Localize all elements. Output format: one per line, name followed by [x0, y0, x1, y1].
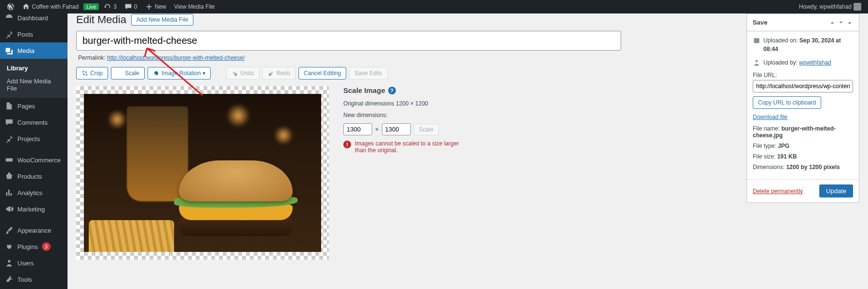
new-content-link[interactable]: New — [142, 0, 169, 13]
plug-icon — [5, 242, 14, 251]
image-preview — [84, 94, 321, 252]
uploaded-by-link[interactable]: wpwithfahad — [799, 59, 831, 66]
rotate-button[interactable]: Image Rotation ▾ — [148, 67, 211, 79]
scale-width-input[interactable] — [343, 123, 372, 135]
brush-icon — [5, 226, 14, 235]
sidebar-item-appearance[interactable]: Appearance — [0, 222, 68, 238]
user-icon — [5, 259, 14, 267]
scale-heading: Scale Image — [343, 86, 385, 94]
calendar-icon — [753, 37, 760, 44]
admin-sidebar: Dashboard Posts Media Library Add New Me… — [0, 13, 68, 289]
sidebar-item-dashboard[interactable]: Dashboard — [0, 10, 68, 26]
pin-icon — [5, 134, 14, 143]
download-file-link[interactable]: Download file — [753, 114, 787, 120]
error-icon: ! — [343, 141, 351, 148]
sidebar-item-projects[interactable]: Projects — [0, 131, 68, 147]
comment-icon — [124, 3, 132, 11]
page-title: Edit Media — [76, 13, 126, 26]
megaphone-icon — [5, 205, 14, 213]
sidebar-item-pages[interactable]: Pages — [0, 98, 68, 114]
scale-submit-button: Scale — [414, 124, 439, 135]
sidebar-item-marketing[interactable]: Marketing — [0, 201, 68, 217]
howdy-text: Howdy, wpwithfahad — [799, 3, 852, 10]
live-badge: Live — [83, 3, 99, 10]
svg-rect-0 — [6, 158, 13, 161]
image-editor-toolbar: Crop Scale Image Rotation ▾ Undo Redo Ca… — [76, 67, 621, 79]
metabox-heading: Save — [753, 19, 767, 26]
svg-point-1 — [8, 260, 10, 263]
sidebar-sub-library[interactable]: Library — [0, 62, 68, 75]
new-dimensions-label: New dimensions: — [343, 112, 469, 118]
plus-icon — [145, 3, 153, 11]
undo-icon — [231, 70, 238, 77]
image-canvas[interactable] — [76, 86, 329, 260]
new-label: New — [155, 3, 166, 10]
save-edits-button: Save Edits — [349, 67, 387, 79]
permalink-link[interactable]: http://localhost/wordpress/burger-with-m… — [107, 54, 244, 61]
avatar — [854, 3, 861, 11]
wrench-icon — [5, 275, 14, 284]
pin-icon — [5, 30, 14, 39]
undo-button: Undo — [226, 67, 259, 79]
cancel-editing-button[interactable]: Cancel Editing — [298, 67, 346, 79]
file-url-input[interactable] — [753, 80, 853, 92]
sidebar-item-products[interactable]: Products — [0, 168, 68, 184]
caret-up-icon[interactable] — [846, 19, 853, 26]
rotate-icon — [153, 70, 160, 77]
filesize-value: 191 KB — [777, 153, 797, 160]
svg-rect-2 — [754, 38, 759, 43]
dashboard-icon — [5, 13, 14, 22]
sidebar-item-tools[interactable]: Tools — [0, 271, 68, 288]
add-new-media-button[interactable]: Add New Media File — [131, 14, 193, 26]
sidebar-item-comments[interactable]: Comments — [0, 114, 68, 131]
scale-height-input[interactable] — [382, 123, 411, 135]
crop-button[interactable]: Crop — [76, 67, 108, 79]
update-button[interactable]: Update — [819, 184, 853, 197]
products-icon — [5, 172, 14, 181]
admin-toolbar: Coffee with Fahad Live 3 0 New View Medi… — [0, 0, 868, 13]
scale-button[interactable]: Scale — [111, 67, 145, 79]
media-title-input[interactable] — [76, 31, 621, 51]
svg-point-3 — [756, 60, 758, 62]
sidebar-sub-add-new[interactable]: Add New Media File — [0, 75, 68, 95]
sidebar-item-media[interactable]: Media — [0, 42, 68, 59]
updates-count: 3 — [113, 3, 117, 10]
comment-icon — [5, 118, 14, 127]
page-icon — [5, 102, 14, 110]
chevron-up-icon[interactable] — [829, 19, 836, 26]
crop-icon — [81, 70, 88, 77]
comments-count: 0 — [134, 3, 137, 10]
user-icon — [753, 59, 760, 66]
times-symbol: × — [375, 126, 379, 133]
save-metabox: Save Uploaded on: Sep 30, 2024 at 08:44 — [746, 13, 859, 203]
updates-link[interactable]: 3 — [101, 0, 120, 13]
scale-error-message: ! Images cannot be scaled to a size larg… — [343, 140, 469, 154]
copy-url-button[interactable]: Copy URL to clipboard — [753, 96, 821, 109]
plugins-badge: 3 — [42, 242, 51, 251]
sidebar-item-woocommerce[interactable]: WooCommerce — [0, 152, 68, 168]
media-icon — [5, 46, 14, 55]
error-text: Images cannot be scaled to a size larger… — [355, 140, 469, 154]
sidebar-item-posts[interactable]: Posts — [0, 26, 68, 42]
delete-permanently-link[interactable]: Delete permanently — [753, 188, 803, 195]
original-dimensions-text: Original dimensions 1200 × 1200 — [343, 100, 469, 107]
filetype-value: JPG — [778, 143, 789, 149]
sidebar-item-users[interactable]: Users — [0, 255, 68, 271]
analytics-icon — [5, 188, 14, 197]
scale-icon — [116, 70, 123, 77]
permalink-row: Permalink: http://localhost/wordpress/bu… — [78, 54, 619, 61]
redo-button: Redo — [262, 67, 296, 79]
refresh-icon — [104, 3, 111, 11]
view-media-link[interactable]: View Media File — [171, 0, 217, 13]
file-url-label: File URL: — [753, 72, 853, 79]
sidebar-item-plugins[interactable]: Plugins3 — [0, 238, 68, 255]
site-name-text: Coffee with Fahad — [32, 3, 79, 10]
redo-icon — [268, 70, 274, 77]
scale-image-panel: Scale Image ? Original dimensions 1200 ×… — [343, 86, 469, 260]
comments-link[interactable]: 0 — [122, 0, 140, 13]
permalink-label: Permalink: — [78, 54, 106, 61]
help-icon[interactable]: ? — [388, 87, 396, 94]
sidebar-item-analytics[interactable]: Analytics — [0, 184, 68, 201]
howdy-link[interactable]: Howdy, wpwithfahad — [796, 0, 864, 13]
chevron-down-icon[interactable] — [838, 19, 844, 26]
